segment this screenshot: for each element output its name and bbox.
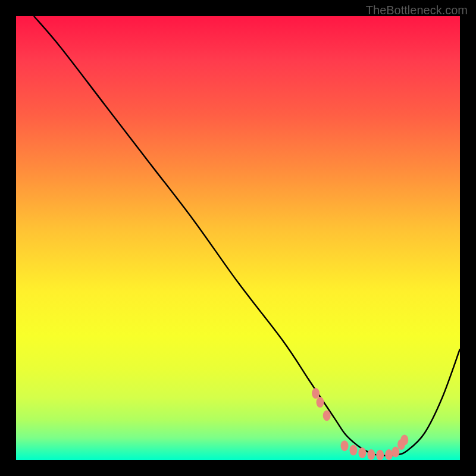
marker-dot bbox=[341, 440, 349, 451]
chart-plot-area bbox=[16, 16, 460, 460]
marker-dot bbox=[385, 449, 393, 460]
marker-dot bbox=[349, 445, 357, 456]
watermark-text: TheBottleneck.com bbox=[366, 4, 468, 17]
marker-dot bbox=[323, 410, 331, 421]
marker-dot bbox=[376, 450, 384, 460]
marker-dot bbox=[400, 434, 408, 445]
bottleneck-chart bbox=[16, 16, 460, 460]
marker-dots-group bbox=[312, 388, 408, 460]
marker-dot bbox=[392, 447, 399, 458]
marker-dot bbox=[312, 388, 320, 399]
marker-dot bbox=[367, 449, 375, 460]
marker-dot bbox=[317, 397, 324, 408]
curve-path bbox=[34, 16, 460, 456]
marker-dot bbox=[358, 447, 366, 458]
